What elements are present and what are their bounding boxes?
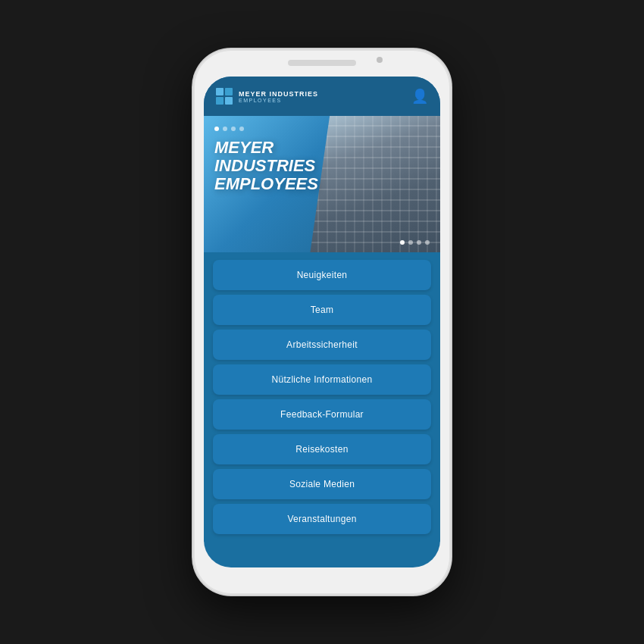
- building-windows: [310, 116, 440, 252]
- menu-btn-6[interactable]: Soziale Medien: [213, 469, 431, 499]
- phone-notch: [288, 60, 356, 66]
- menu-btn-1[interactable]: Team: [213, 295, 431, 325]
- menu-btn-3[interactable]: Nützliche Informationen: [213, 364, 431, 395]
- hero-title-line3: EMPLOYEES: [214, 175, 318, 193]
- hero-dot-1: [214, 127, 219, 131]
- header-logo-area: MEYER INDUSTRIES EMPLOYEES: [216, 88, 318, 105]
- logo-square-2: [225, 88, 233, 95]
- hero-dot-2: [223, 127, 227, 131]
- hero-dots-top: [214, 127, 244, 131]
- menu-btn-4[interactable]: Feedback-Formular: [213, 399, 431, 430]
- hero-dot-b2: [408, 240, 413, 245]
- logo-square-4: [225, 97, 233, 105]
- phone-device: MEYER INDUSTRIES EMPLOYEES 👤 MEYER INDUS…: [193, 49, 451, 595]
- logo-icon: [216, 88, 233, 105]
- hero-building-image: [310, 116, 440, 252]
- hero-title-line1: MEYER: [214, 139, 318, 157]
- hero-dot-b3: [417, 240, 421, 245]
- menu-btn-7[interactable]: Veranstaltungen: [213, 504, 431, 534]
- menu-section: NeuigkeitenTeamArbeitssicherheitNützlich…: [204, 252, 440, 542]
- menu-btn-0[interactable]: Neuigkeiten: [213, 260, 431, 290]
- user-profile-icon[interactable]: 👤: [411, 88, 428, 105]
- header-subtitle: EMPLOYEES: [239, 98, 318, 103]
- logo-square-1: [216, 88, 224, 95]
- hero-dots-bottom: [400, 240, 430, 245]
- app-header: MEYER INDUSTRIES EMPLOYEES 👤: [204, 77, 440, 116]
- menu-btn-5[interactable]: Reisekosten: [213, 434, 431, 464]
- hero-banner: MEYER INDUSTRIES EMPLOYEES: [204, 116, 440, 252]
- hero-title: MEYER INDUSTRIES EMPLOYEES: [214, 139, 318, 194]
- header-text: MEYER INDUSTRIES EMPLOYEES: [239, 90, 318, 103]
- phone-screen: MEYER INDUSTRIES EMPLOYEES 👤 MEYER INDUS…: [204, 77, 440, 567]
- hero-dot-4: [239, 127, 244, 131]
- header-company: MEYER INDUSTRIES: [239, 90, 318, 98]
- phone-camera: [377, 57, 383, 63]
- logo-square-3: [216, 97, 224, 105]
- hero-title-line2: INDUSTRIES: [214, 157, 318, 175]
- hero-dot-b4: [425, 240, 430, 245]
- menu-btn-2[interactable]: Arbeitssicherheit: [213, 330, 431, 360]
- hero-dot-3: [231, 127, 236, 131]
- hero-dot-b1: [400, 240, 405, 245]
